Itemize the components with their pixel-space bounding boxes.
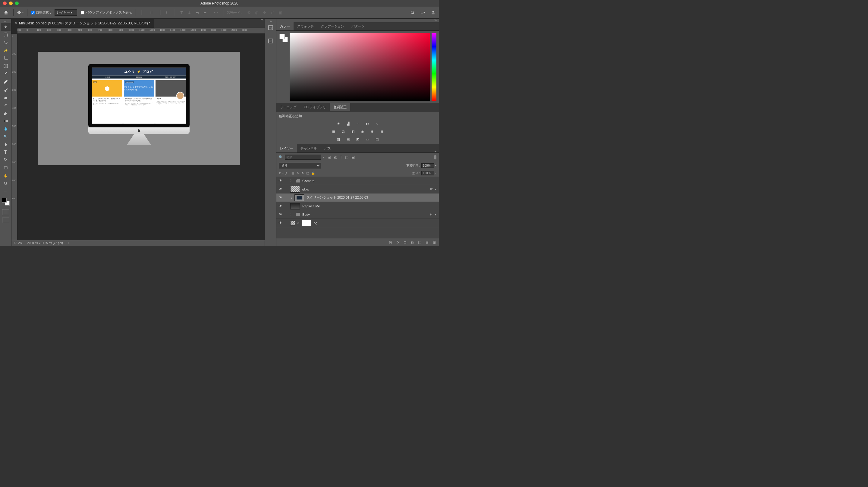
layer-name[interactable]: CAmera (302, 179, 436, 183)
threshold-icon[interactable]: ◩ (355, 136, 361, 142)
chevron-down-icon[interactable]: ▾ (323, 156, 324, 158)
path-selection-tool[interactable] (1, 156, 10, 164)
bounding-box-checkbox[interactable]: バウンディングボックスを表示 (81, 10, 132, 15)
layer-name[interactable]: Replace Me (302, 204, 436, 208)
fx-badge[interactable]: fx (430, 213, 433, 216)
tab-learning[interactable]: ラーニング (276, 103, 300, 111)
color-lookup-icon[interactable]: ▦ (379, 129, 384, 134)
tab-layers[interactable]: レイヤー (276, 144, 297, 152)
screen-mode-toggle[interactable] (2, 218, 9, 223)
layer-thumbnail[interactable] (290, 203, 300, 209)
visibility-toggle-icon[interactable]: 👁 (279, 212, 283, 217)
marquee-tool[interactable] (1, 31, 10, 38)
edit-toolbar-icon[interactable]: ⋯ (1, 187, 10, 195)
close-tab-icon[interactable]: × (15, 21, 17, 25)
brush-tool[interactable] (1, 86, 10, 93)
selective-color-icon[interactable]: ◫ (374, 136, 380, 142)
status-chevron-icon[interactable]: 〉 (68, 241, 70, 245)
dist-left-icon[interactable]: ⫭ (201, 9, 209, 16)
chevron-down-icon[interactable]: ▾ (435, 213, 436, 216)
eyedropper-tool[interactable] (1, 70, 10, 78)
layer-name[interactable]: スクリーンショット 2020-01-27 22.05.03 (307, 195, 436, 200)
share-icon[interactable] (430, 9, 436, 16)
fx-badge[interactable]: fx (430, 187, 433, 191)
tab-paths[interactable]: パス (321, 144, 335, 152)
filter-adjustment-icon[interactable]: ◐ (334, 155, 337, 159)
layer-name[interactable]: bg (314, 221, 436, 225)
photo-filter-icon[interactable]: ◉ (360, 129, 365, 134)
zoom-level[interactable]: 66.2% (14, 241, 22, 245)
new-layer-icon[interactable]: ⊞ (426, 240, 429, 244)
layer-mask-thumbnail[interactable] (302, 220, 311, 226)
filter-shape-icon[interactable]: ▢ (345, 155, 348, 159)
tab-channels[interactable]: チャンネル (297, 144, 321, 152)
chevron-down-icon[interactable]: ▾ (435, 172, 436, 175)
tab-color[interactable]: カラー (276, 22, 293, 30)
healing-brush-tool[interactable]: 🩹 (1, 78, 10, 86)
dodge-tool[interactable]: 🔍 (1, 132, 10, 141)
hand-tool[interactable]: ✋ (1, 172, 10, 180)
frame-tool[interactable] (1, 62, 10, 70)
layer-row[interactable]: 👁 ⎋ bg (276, 219, 439, 227)
tab-gradients[interactable]: グラデーション (317, 22, 348, 30)
tab-adjustments[interactable]: 色調補正 (330, 103, 350, 111)
visibility-toggle-icon[interactable]: 👁 (279, 221, 283, 225)
filter-image-icon[interactable]: ▣ (328, 155, 331, 159)
bw-icon[interactable]: ◧ (350, 129, 355, 134)
history-brush-tool[interactable]: ↶ (1, 101, 10, 109)
invert-icon[interactable]: ◨ (336, 136, 341, 142)
new-group-icon[interactable]: ▢ (418, 240, 421, 244)
history-panel-icon[interactable] (268, 25, 274, 31)
visibility-toggle-icon[interactable]: 👁 (279, 195, 283, 200)
blend-mode-select[interactable]: 通常 (279, 163, 321, 169)
blur-tool[interactable]: 💧 (1, 125, 10, 132)
curves-icon[interactable]: ⟋ (355, 121, 361, 126)
filter-smart-icon[interactable]: ▣ (351, 155, 355, 159)
color-field[interactable] (290, 33, 430, 101)
close-window-button[interactable] (3, 1, 7, 5)
workspace-icon[interactable]: ▭▾ (420, 9, 426, 16)
lock-pixels-icon[interactable]: ▦ (291, 172, 294, 175)
layer-row[interactable]: 👁 〉 Body fx ▾ (276, 210, 439, 219)
dist-top-icon[interactable]: ⫪ (178, 9, 185, 16)
layer-thumbnail[interactable] (294, 194, 304, 201)
vibrance-icon[interactable]: ▽ (374, 121, 380, 126)
horizontal-ruler[interactable]: -100010020030040050060070080090010001100… (18, 28, 265, 34)
tab-cc-libraries[interactable]: CC ライブラリ (300, 103, 330, 111)
align-right-icon[interactable]: ▕ (155, 9, 162, 16)
layer-name[interactable]: Body (302, 213, 428, 216)
color-fg-bg-swatches[interactable] (279, 33, 288, 101)
vertical-ruler[interactable]: 0100200300400500600700800900 (11, 34, 18, 240)
channel-mixer-icon[interactable]: ⊕ (370, 129, 375, 134)
minimize-window-button[interactable] (9, 1, 13, 5)
align-top-icon[interactable]: ⫶ (163, 9, 170, 16)
properties-panel-icon[interactable] (268, 38, 274, 44)
layer-row[interactable]: 👁 glow fx ▾ (276, 185, 439, 193)
clone-stamp-tool[interactable] (1, 93, 10, 101)
toolbox-collapse-icon[interactable]: ≪ (0, 20, 11, 23)
align-left-icon[interactable]: ▏ (140, 9, 147, 16)
panel-menu-icon[interactable]: ≡ (435, 149, 439, 152)
filter-type-icon[interactable]: T (340, 155, 342, 159)
bounding-box-check[interactable] (81, 11, 84, 14)
layer-row[interactable]: 👁 ↘ スクリーンショット 2020-01-27 22.05.03 (276, 193, 439, 202)
filter-toggle[interactable] (434, 155, 436, 159)
levels-icon[interactable]: ▟ (345, 121, 351, 126)
layer-row[interactable]: 👁 〉 CAmera (276, 177, 439, 185)
layer-thumbnail[interactable] (290, 186, 300, 192)
link-layers-icon[interactable]: ⌘ (389, 240, 393, 244)
visibility-toggle-icon[interactable]: 👁 (279, 204, 283, 208)
tab-swatches[interactable]: スウォッチ (293, 22, 317, 30)
color-balance-icon[interactable]: ⚖ (341, 129, 346, 134)
visibility-toggle-icon[interactable]: 👁 (279, 179, 283, 183)
zoom-tool[interactable] (1, 180, 10, 187)
move-tool[interactable]: ✥ (1, 23, 10, 31)
hue-slider[interactable] (432, 33, 436, 101)
gradient-tool[interactable] (1, 117, 10, 125)
pen-tool[interactable] (1, 141, 10, 148)
lock-position-icon[interactable]: ✥ (301, 172, 304, 175)
disclosure-icon[interactable]: 〉 (290, 212, 293, 216)
document-tab[interactable]: × MiniDeskTop.psd @ 66.2% (スクリーンショット 202… (11, 19, 154, 28)
quick-mask-toggle[interactable] (2, 209, 9, 215)
chevron-down-icon[interactable]: ▾ (435, 188, 436, 191)
